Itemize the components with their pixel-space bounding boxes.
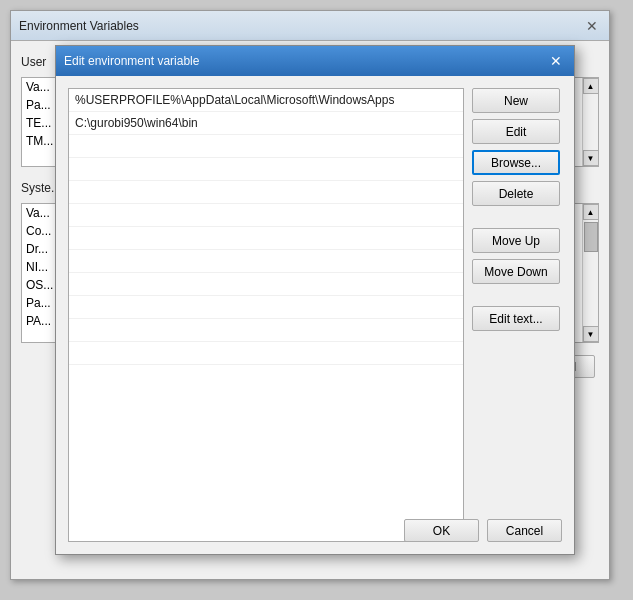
new-button[interactable]: New: [472, 88, 560, 113]
scroll-thumb[interactable]: [584, 222, 598, 252]
browse-button[interactable]: Browse...: [472, 150, 560, 175]
button-spacer: [472, 212, 562, 222]
path-item-empty-7: [69, 273, 463, 296]
edit-body: %USERPROFILE%\AppData\Local\Microsoft\Wi…: [56, 76, 574, 554]
edit-text-button[interactable]: Edit text...: [472, 306, 560, 331]
edit-ok-button[interactable]: OK: [404, 519, 479, 542]
button-spacer-2: [472, 290, 562, 300]
scroll-down-arrow[interactable]: ▼: [583, 150, 599, 166]
path-item-empty-9: [69, 319, 463, 342]
system-scrollbar[interactable]: ▲ ▼: [582, 204, 598, 342]
edit-button[interactable]: Edit: [472, 119, 560, 144]
path-item-empty-2: [69, 158, 463, 181]
env-titlebar: Environment Variables ✕: [11, 11, 609, 41]
env-close-button[interactable]: ✕: [583, 17, 601, 35]
scroll-up-arrow[interactable]: ▲: [583, 78, 599, 94]
move-up-button[interactable]: Move Up: [472, 228, 560, 253]
edit-dialog-bottom-buttons: OK Cancel: [404, 511, 574, 542]
scroll-down-arrow[interactable]: ▼: [583, 326, 599, 342]
path-item-2[interactable]: C:\gurobi950\win64\bin: [69, 112, 463, 135]
user-scrollbar[interactable]: ▲ ▼: [582, 78, 598, 166]
path-item-1[interactable]: %USERPROFILE%\AppData\Local\Microsoft\Wi…: [69, 89, 463, 112]
env-window-title: Environment Variables: [19, 19, 139, 33]
path-item-empty-8: [69, 296, 463, 319]
edit-dialog-title: Edit environment variable: [64, 54, 199, 68]
edit-close-button[interactable]: ✕: [546, 51, 566, 71]
path-item-empty-4: [69, 204, 463, 227]
delete-button[interactable]: Delete: [472, 181, 560, 206]
edit-path-list[interactable]: %USERPROFILE%\AppData\Local\Microsoft\Wi…: [68, 88, 464, 542]
path-item-empty-10: [69, 342, 463, 365]
edit-cancel-button[interactable]: Cancel: [487, 519, 562, 542]
path-item-empty-3: [69, 181, 463, 204]
move-down-button[interactable]: Move Down: [472, 259, 560, 284]
edit-env-dialog: Edit environment variable ✕ %USERPROFILE…: [55, 45, 575, 555]
scroll-up-arrow[interactable]: ▲: [583, 204, 599, 220]
edit-list-area: %USERPROFILE%\AppData\Local\Microsoft\Wi…: [68, 88, 464, 542]
edit-titlebar: Edit environment variable ✕: [56, 46, 574, 76]
path-item-empty-1: [69, 135, 463, 158]
path-item-empty-5: [69, 227, 463, 250]
edit-action-buttons: New Edit Browse... Delete Move Up Move D…: [472, 88, 562, 542]
path-item-empty-6: [69, 250, 463, 273]
